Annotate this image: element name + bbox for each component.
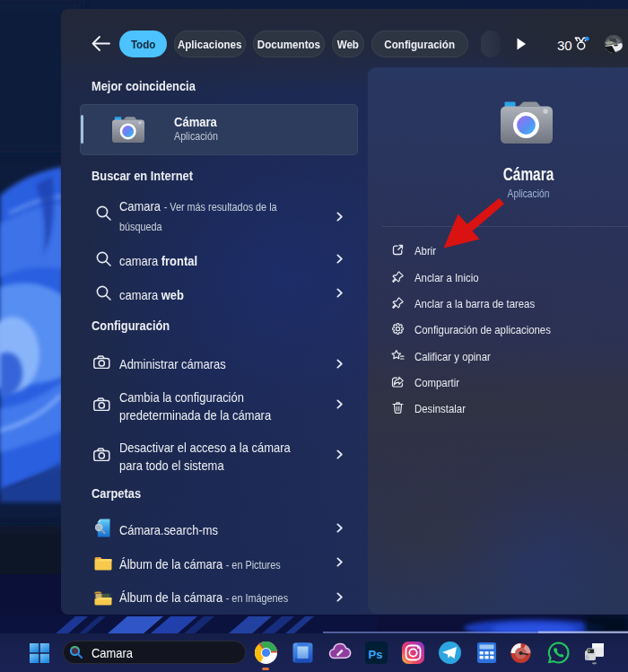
svg-text:Ps: Ps: [369, 648, 383, 661]
